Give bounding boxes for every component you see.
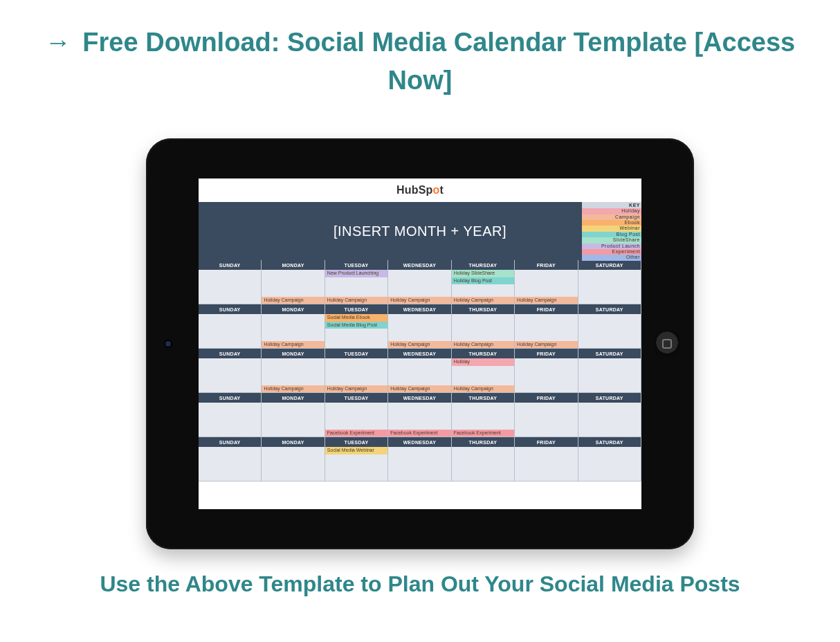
day-header: SATURDAY	[578, 349, 641, 358]
day-cell: Holiday Campaign	[388, 358, 451, 393]
event-pill: Holiday Campaign	[388, 385, 450, 392]
day-header: THURSDAY	[452, 304, 515, 314]
legend-item: Product Launch	[582, 244, 641, 249]
day-cell: HolidayHoliday Campaign	[452, 358, 515, 393]
day-cell	[578, 270, 641, 304]
day-cell	[578, 314, 641, 349]
day-cell	[199, 403, 262, 437]
week-header: SUNDAYMONDAYTUESDAYWEDNESDAYTHURSDAYFRID…	[199, 260, 641, 270]
event-pill: Social Media Ebook	[325, 314, 387, 321]
day-cell	[199, 314, 262, 349]
event-pill: Holiday Campaign	[452, 341, 514, 348]
day-header: THURSDAY	[452, 260, 515, 270]
day-header: WEDNESDAY	[388, 260, 451, 270]
calendar-grid: SUNDAYMONDAYTUESDAYWEDNESDAYTHURSDAYFRID…	[199, 260, 641, 482]
section-heading: Use the Above Template to Plan Out Your …	[0, 549, 840, 597]
day-cell	[515, 447, 578, 482]
arrow-icon: →	[45, 28, 71, 57]
home-button-icon	[654, 331, 680, 357]
event-pill: Holiday Campaign	[388, 341, 450, 348]
day-cell: Holiday Campaign	[388, 270, 451, 304]
day-header: SUNDAY	[199, 349, 262, 358]
legend-item: Webinar	[582, 226, 641, 231]
event-pill: Facebook Experiment	[325, 430, 387, 437]
day-cell	[262, 447, 325, 482]
week-header: SUNDAYMONDAYTUESDAYWEDNESDAYTHURSDAYFRID…	[199, 393, 641, 403]
day-header: WEDNESDAY	[388, 393, 451, 403]
hero-image: HubSpot [INSERT MONTH + YEAR] KEYHoliday…	[0, 138, 840, 549]
event-pill: Holiday Campaign	[515, 297, 577, 304]
day-header: WEDNESDAY	[388, 437, 451, 447]
day-header: TUESDAY	[325, 260, 388, 270]
day-header: WEDNESDAY	[388, 349, 451, 358]
day-header: TUESDAY	[325, 304, 388, 314]
event-pill: New Product Launching	[325, 270, 387, 277]
day-header: FRIDAY	[515, 437, 578, 447]
camera-icon	[165, 341, 171, 347]
event-pill: Holiday Blog Post	[452, 277, 514, 284]
day-header: FRIDAY	[515, 349, 578, 358]
legend-heading: KEY	[582, 202, 641, 208]
day-cell: Facebook Experiment	[388, 403, 451, 437]
tablet-frame: HubSpot [INSERT MONTH + YEAR] KEYHoliday…	[146, 138, 694, 549]
day-header: TUESDAY	[325, 349, 388, 358]
week-row: Holiday CampaignHoliday CampaignHoliday …	[199, 358, 641, 393]
day-cell: Holiday Campaign	[262, 314, 325, 349]
day-cell	[578, 358, 641, 393]
hubspot-logo: HubSpot	[199, 178, 641, 202]
day-header: THURSDAY	[452, 349, 515, 358]
event-pill: Holiday Campaign	[452, 385, 514, 392]
day-header: SUNDAY	[199, 437, 262, 447]
legend: KEYHolidayCampaignEbookWebinarBlog PostS…	[582, 202, 641, 261]
event-pill: Holiday Campaign	[262, 385, 324, 392]
week-header: SUNDAYMONDAYTUESDAYWEDNESDAYTHURSDAYFRID…	[199, 349, 641, 358]
day-cell	[199, 358, 262, 393]
day-header: WEDNESDAY	[388, 304, 451, 314]
event-pill: Holiday Campaign	[515, 341, 577, 348]
day-cell	[515, 403, 578, 437]
event-pill: Holiday Campaign	[325, 297, 387, 304]
legend-item: Campaign	[582, 214, 641, 220]
day-cell: Social Media Webinar	[325, 447, 388, 482]
day-header: MONDAY	[262, 437, 325, 447]
day-cell	[515, 358, 578, 393]
day-cell: Holiday Campaign	[262, 358, 325, 393]
day-header: THURSDAY	[452, 393, 515, 403]
day-cell: Holiday Campaign	[515, 270, 578, 304]
event-pill: Holiday Campaign	[262, 341, 324, 348]
day-header: MONDAY	[262, 260, 325, 270]
event-pill: Facebook Experiment	[452, 430, 514, 437]
day-cell: Holiday Campaign	[452, 314, 515, 349]
day-cell	[452, 447, 515, 482]
download-link-text: Free Download: Social Media Calendar Tem…	[82, 28, 795, 95]
day-cell: Holiday Campaign	[388, 314, 451, 349]
day-header: MONDAY	[262, 304, 325, 314]
tablet-screen: HubSpot [INSERT MONTH + YEAR] KEYHoliday…	[199, 178, 641, 509]
day-cell	[388, 447, 451, 482]
day-header: SUNDAY	[199, 260, 262, 270]
legend-item: Experiment	[582, 249, 641, 255]
event-pill: Holiday Campaign	[325, 385, 387, 392]
week-header: SUNDAYMONDAYTUESDAYWEDNESDAYTHURSDAYFRID…	[199, 304, 641, 314]
day-cell: Holiday Campaign	[325, 358, 388, 393]
week-row: Holiday CampaignSocial Media EbookSocial…	[199, 314, 641, 349]
event-pill: Holiday Campaign	[262, 297, 324, 304]
day-cell	[578, 403, 641, 437]
day-cell: New Product LaunchingHoliday Campaign	[325, 270, 388, 304]
event-pill: Facebook Experiment	[388, 430, 450, 437]
download-link[interactable]: → Free Download: Social Media Calendar T…	[0, 0, 840, 100]
day-cell: Holiday SlideShareHoliday Blog PostHolid…	[452, 270, 515, 304]
event-pill: Social Media Webinar	[325, 447, 387, 454]
day-cell	[199, 447, 262, 482]
day-header: MONDAY	[262, 393, 325, 403]
day-header: SUNDAY	[199, 304, 262, 314]
day-cell: Social Media EbookSocial Media Blog Post	[325, 314, 388, 349]
day-header: THURSDAY	[452, 437, 515, 447]
day-header: TUESDAY	[325, 393, 388, 403]
day-header: SUNDAY	[199, 393, 262, 403]
event-pill: Holiday	[452, 358, 514, 365]
event-pill: Social Media Blog Post	[325, 322, 387, 329]
legend-item: Blog Post	[582, 232, 641, 237]
day-cell	[262, 403, 325, 437]
day-header: MONDAY	[262, 349, 325, 358]
